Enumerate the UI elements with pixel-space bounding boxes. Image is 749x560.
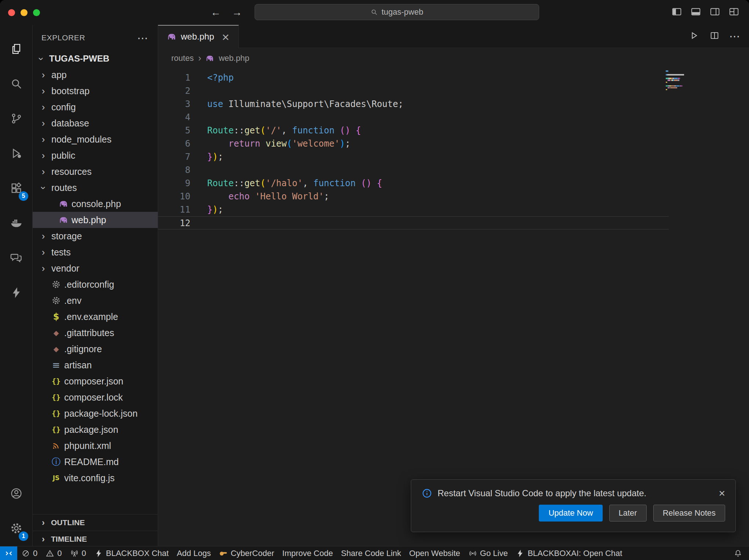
notification-buttons: Update NowLaterRelease Notes: [421, 505, 725, 522]
code-editor[interactable]: 1<?php23use Illuminate\Support\Facades\R…: [158, 68, 749, 229]
tree-item-routes[interactable]: ›routes: [33, 180, 158, 196]
status-blackbox-chat[interactable]: BLACKBOX Chat: [90, 546, 173, 560]
tab-close-button[interactable]: ×: [222, 31, 230, 43]
code-line-11: 11});: [158, 203, 749, 216]
tab-web-php[interactable]: web.php×: [158, 25, 239, 48]
command-center[interactable]: tugas-pweb: [255, 4, 539, 20]
layout-panel-icon: [690, 6, 701, 17]
activity-search[interactable]: [0, 66, 32, 101]
tree-item-gitignore[interactable]: ›◆.gitignore: [33, 341, 158, 357]
forward-button[interactable]: →: [232, 7, 242, 18]
status-bar: 000BLACKBOX ChatAdd LogsCyberCoderImprov…: [0, 546, 749, 560]
release-notes-button[interactable]: Release Notes: [653, 505, 725, 522]
toggle-primary-sidebar-button[interactable]: [671, 6, 682, 19]
activity-docker[interactable]: [0, 206, 32, 240]
editor: web.php× ⋯ routes›web.php 1<?php23use Il…: [158, 25, 749, 546]
status-open-website[interactable]: Open Website: [405, 546, 464, 560]
tree-item-web-php[interactable]: ›web.php: [33, 212, 158, 228]
tab-bar: web.php× ⋯: [158, 25, 749, 48]
tab-label: web.php: [181, 32, 214, 42]
more-actions-button[interactable]: ⋯: [730, 31, 740, 42]
status-notifications[interactable]: [730, 546, 749, 560]
activity-bar-top: 5: [0, 25, 32, 310]
activity-settings[interactable]: 1: [0, 511, 32, 546]
explorer-more-actions-button[interactable]: ⋯: [137, 32, 149, 44]
status-cybercoder[interactable]: CyberCoder: [215, 546, 278, 560]
js-icon: JS: [51, 473, 61, 483]
tree-item-tests[interactable]: ›tests: [33, 244, 158, 260]
update-now-button[interactable]: Update Now: [539, 505, 602, 522]
activity-explorer[interactable]: [0, 32, 32, 66]
workspace-root[interactable]: › TUGAS-PWEB: [33, 51, 158, 67]
layout-sidebar-right-icon: [709, 6, 720, 17]
chat-icon: [10, 251, 23, 264]
tree-item-composer-lock[interactable]: ›{}composer.lock: [33, 389, 158, 405]
tree-item-env-example[interactable]: ›$.env.example: [33, 309, 158, 325]
tree-item-bootstrap[interactable]: ›bootstrap: [33, 83, 158, 99]
dollar-icon: $: [51, 312, 61, 321]
toggle-panel-button[interactable]: [690, 6, 701, 19]
status-errors[interactable]: 0: [17, 546, 41, 560]
toast-close-button[interactable]: ×: [719, 488, 725, 499]
chevron-icon: ›: [38, 183, 49, 192]
back-button[interactable]: ←: [211, 7, 221, 18]
later-button[interactable]: Later: [609, 505, 647, 522]
split-editor-button[interactable]: [709, 30, 720, 42]
code-line-5: 5Route::get('/', function () {: [158, 124, 749, 137]
status-ports[interactable]: 0: [66, 546, 90, 560]
minimap[interactable]: [666, 70, 699, 93]
minimize-button[interactable]: [21, 9, 28, 16]
tree-item-config[interactable]: ›config: [33, 99, 158, 115]
run-button[interactable]: [689, 30, 699, 42]
tree-item-vendor[interactable]: ›vendor: [33, 260, 158, 276]
workspace-root-label: TUGAS-PWEB: [49, 54, 109, 64]
section-timeline[interactable]: › TIMELINE: [33, 531, 158, 547]
activity-extensions[interactable]: 5: [0, 171, 32, 206]
tree-item-phpunit-xml[interactable]: ›phpunit.xml: [33, 438, 158, 454]
chevron-icon: ›: [39, 150, 48, 161]
tree-item-readme-md[interactable]: ›ⓘREADME.md: [33, 454, 158, 470]
breadcrumb-item-routes[interactable]: routes: [171, 54, 194, 63]
code-line-2: 2: [158, 84, 749, 97]
tree-item-artisan[interactable]: ›≡artisan: [33, 357, 158, 373]
tree-item-env[interactable]: ›.env: [33, 292, 158, 309]
customize-layout-icon: [728, 6, 739, 17]
docker-icon: [10, 217, 23, 229]
tree-item-package-lock-json[interactable]: ›{}package-lock.json: [33, 405, 158, 421]
status-share-code-link[interactable]: Share Code Link: [337, 546, 405, 560]
tree-item-storage[interactable]: ›storage: [33, 228, 158, 244]
layout-controls: [671, 0, 739, 25]
close-button[interactable]: [8, 9, 15, 16]
zoom-button[interactable]: [33, 9, 40, 16]
status-warnings[interactable]: 0: [41, 546, 66, 560]
status-improve-code[interactable]: Improve Code: [278, 546, 337, 560]
tree-item-public[interactable]: ›public: [33, 147, 158, 163]
chevron-icon: ›: [39, 534, 48, 544]
activity-account[interactable]: [0, 476, 32, 511]
activity-blackbox[interactable]: [0, 275, 32, 310]
tree-item-console-php[interactable]: ›console.php: [33, 196, 158, 212]
section-outline[interactable]: › OUTLINE: [33, 514, 158, 531]
toggle-secondary-sidebar-button[interactable]: [709, 6, 720, 19]
status-go-live[interactable]: Go Live: [464, 546, 512, 560]
tree-item-package-json[interactable]: ›{}package.json: [33, 421, 158, 438]
status-blackboxai-open-chat[interactable]: BLACKBOXAI: Open Chat: [512, 546, 626, 560]
chevron-icon: ›: [39, 69, 48, 81]
tree-item-database[interactable]: ›database: [33, 115, 158, 131]
customize-layout-button[interactable]: [728, 6, 739, 19]
activity-source-control[interactable]: [0, 101, 32, 136]
status-remote[interactable]: [0, 546, 17, 560]
tree-item-composer-json[interactable]: ›{}composer.json: [33, 373, 158, 389]
breadcrumb-item-web-php[interactable]: web.php: [219, 54, 249, 63]
status-add-logs[interactable]: Add Logs: [173, 546, 215, 560]
tree-item-node-modules[interactable]: ›node_modules: [33, 131, 158, 147]
tree-item-editorconfig[interactable]: ›.editorconfig: [33, 276, 158, 292]
tree-item-gitattributes[interactable]: ›◆.gitattributes: [33, 325, 158, 341]
tree-item-resources[interactable]: ›resources: [33, 163, 158, 180]
tree-item-vite-config-js[interactable]: ›JSvite.config.js: [33, 470, 158, 486]
chevron-icon: ›: [39, 134, 48, 145]
activity-chat[interactable]: [0, 240, 32, 275]
activity-run-debug[interactable]: [0, 136, 32, 171]
tree-item-app[interactable]: ›app: [33, 67, 158, 83]
chevron-icon: ›: [39, 102, 48, 113]
